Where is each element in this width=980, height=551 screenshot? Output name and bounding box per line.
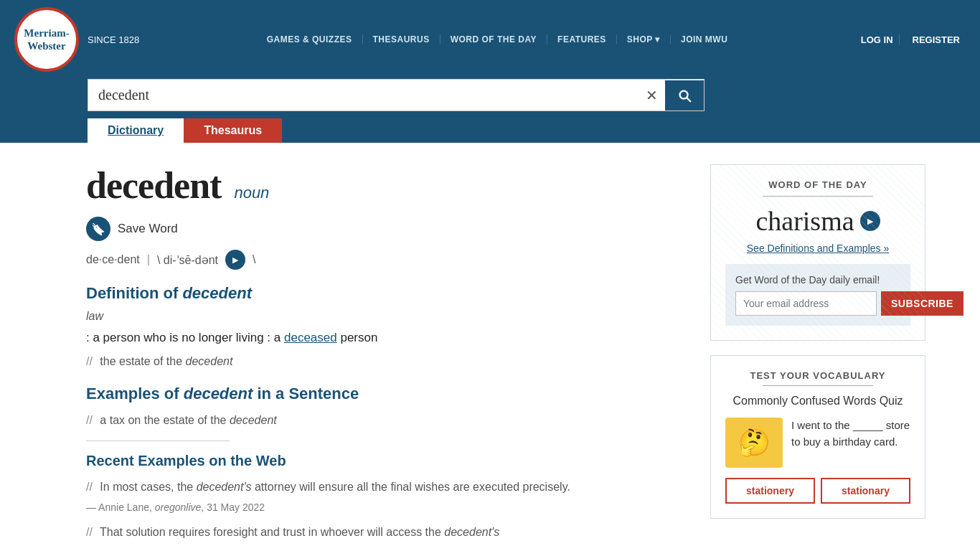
since-text: SINCE 1828 [88, 34, 139, 45]
recent-heading: Recent Examples on the Web [86, 453, 689, 469]
logo-area: Merriam- Webster SINCE 1828 [14, 7, 139, 72]
phonetic-end: \ [253, 253, 255, 266]
wotd-audio-button[interactable] [860, 211, 880, 231]
search-button[interactable] [665, 80, 704, 110]
vocab-title: Commonly Confused Words Quiz [725, 395, 910, 408]
save-word-label[interactable]: Save Word [118, 222, 178, 236]
wotd-label: WORD OF THE DAY [725, 179, 910, 190]
main-content: decedent noun Save Word de·ce·dent | \ d… [0, 143, 980, 551]
source-line-1: — Annie Lane, oregonlive, 31 May 2022 [86, 501, 689, 513]
examples-heading: Examples of decedent in a Sentence [86, 385, 689, 403]
nav-features[interactable]: FEATURES [547, 34, 617, 44]
bookmark-icon[interactable] [86, 217, 110, 241]
syllables: de·ce·dent [86, 253, 140, 266]
header-top: Merriam- Webster SINCE 1828 GAMES & QUIZ… [0, 0, 980, 79]
logo-text: Merriam- Webster [24, 27, 69, 52]
wotd-divider [763, 196, 874, 197]
divider-line [86, 441, 230, 441]
nav-wotd[interactable]: WORD OF THE DAY [440, 34, 547, 44]
def-example: // the estate of the decedent [86, 353, 689, 370]
auth-area: LOG IN REGISTER [855, 34, 966, 45]
wotd-email-row: Get Word of the Day daily email! SUBSCRI… [725, 264, 910, 326]
right-panel: WORD OF THE DAY charisma See Definitions… [710, 164, 925, 542]
save-word-row: Save Word [86, 217, 689, 241]
deceased-link[interactable]: deceased [284, 331, 337, 344]
tab-row: Dictionary Thesaurus [0, 118, 980, 143]
more-example-1: // That solution requires foresight and … [86, 523, 689, 542]
definition-heading: Definition of decedent [86, 284, 689, 303]
subscribe-button[interactable]: SUBSCRIBE [881, 291, 963, 316]
wotd-email-label: Get Word of the Day daily email! [735, 274, 900, 286]
wotd-link[interactable]: See Definitions and Examples » [725, 242, 910, 254]
phonetic: \ di-ˈsē-dənt [157, 253, 218, 267]
word-heading: decedent [86, 165, 221, 206]
quiz-option-stationary[interactable]: stationary [821, 478, 910, 504]
search-input-wrap: ✕ [88, 79, 705, 111]
quiz-option-stationery[interactable]: stationery [725, 478, 815, 504]
left-panel: decedent noun Save Word de·ce·dent | \ d… [86, 164, 689, 542]
quiz-options: stationery stationary [725, 478, 910, 504]
vocab-divider [763, 385, 874, 386]
separator: | [147, 253, 150, 266]
example-sentence-1: // a tax on the estate of the decedent [86, 412, 689, 429]
vocab-quiz-row: 🤔 I went to the _____ store to buy a bir… [725, 418, 910, 468]
part-of-speech: noun [234, 184, 269, 202]
clear-button[interactable]: ✕ [639, 87, 665, 104]
quiz-text: I went to the _____ store to buy a birth… [791, 418, 910, 450]
nav-games[interactable]: GAMES & QUIZZES [257, 34, 363, 44]
tab-dictionary[interactable]: Dictionary [88, 118, 184, 143]
search-bar-row: ✕ [0, 79, 980, 118]
logo[interactable]: Merriam- Webster [14, 7, 79, 72]
def-label: law [86, 310, 689, 323]
wotd-word: charisma [725, 205, 910, 237]
nav-thesaurus[interactable]: THESAURUS [363, 34, 440, 44]
tab-thesaurus[interactable]: Thesaurus [184, 118, 282, 143]
vocab-label: TEST YOUR VOCABULARY [725, 370, 910, 381]
nav-shop[interactable]: SHOP [617, 34, 671, 44]
nav-join[interactable]: JOIN MWU [671, 34, 738, 44]
quiz-image: 🤔 [725, 418, 783, 468]
wotd-email-input-row: SUBSCRIBE [735, 291, 900, 316]
recent-example-1: // In most cases, the decedent's attorne… [86, 478, 689, 496]
main-nav: GAMES & QUIZZES THESAURUS WORD OF THE DA… [139, 34, 854, 44]
wotd-card: WORD OF THE DAY charisma See Definitions… [710, 164, 925, 341]
vocab-card: TEST YOUR VOCABULARY Commonly Confused W… [710, 355, 925, 519]
audio-button[interactable] [225, 250, 245, 270]
word-title-row: decedent noun [86, 164, 689, 207]
search-icon [677, 88, 692, 103]
def-text: : a person who is no longer living : a d… [86, 329, 689, 347]
pronunciation-row: de·ce·dent | \ di-ˈsē-dənt \ [86, 250, 689, 270]
login-link[interactable]: LOG IN [855, 34, 900, 45]
search-input[interactable] [88, 80, 639, 110]
email-input[interactable] [735, 291, 877, 316]
register-link[interactable]: REGISTER [907, 34, 966, 45]
